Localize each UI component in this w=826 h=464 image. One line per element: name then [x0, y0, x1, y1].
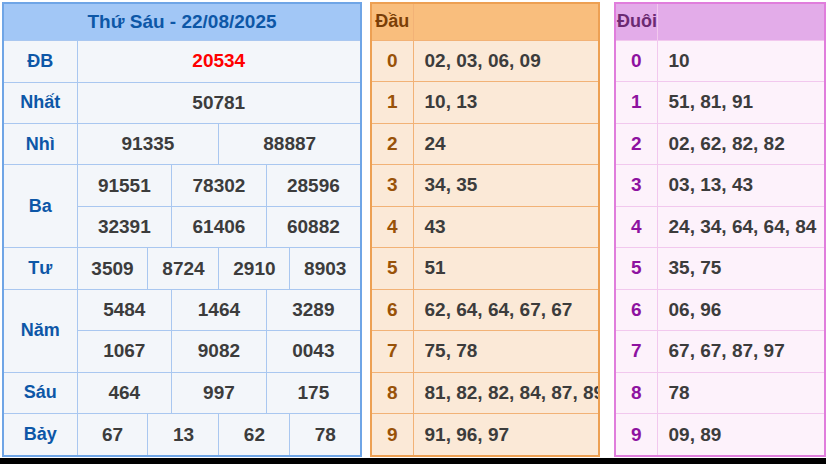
prize-label-db: ĐB: [3, 40, 77, 82]
lottery-results-table: Thứ Sáu - 22/08/2025 ĐB 20534 Nhất 50781…: [2, 2, 362, 457]
dau-digit: 7: [371, 331, 413, 373]
duoi-digit: 1: [615, 82, 657, 124]
dau-header: Đầu: [371, 3, 413, 40]
prize-label-bay: Bảy: [3, 414, 77, 456]
prize-value: 13: [148, 414, 219, 456]
dau-header-spacer: [413, 3, 599, 40]
dau-numbers: 10, 13: [413, 82, 599, 124]
prize-value: 61406: [172, 206, 267, 247]
duoi-numbers: 78: [657, 372, 825, 414]
duoi-header-spacer: [657, 3, 825, 40]
dau-numbers: 75, 78: [413, 331, 599, 373]
dau-digit: 8: [371, 372, 413, 414]
duoi-digit: 8: [615, 372, 657, 414]
prize-value: 67: [77, 414, 148, 456]
prize-value: 8724: [148, 248, 219, 289]
dau-digit: 5: [371, 248, 413, 290]
duoi-digit: 5: [615, 248, 657, 290]
prize-label-ba: Ba: [3, 165, 77, 248]
prize-value: 1464: [172, 289, 267, 330]
prize-value: 50781: [77, 82, 361, 123]
prize-value: 2910: [219, 248, 290, 289]
duoi-numbers: 51, 81, 91: [657, 82, 825, 124]
dau-numbers: 43: [413, 206, 599, 248]
prize-label-sau: Sáu: [3, 372, 77, 413]
prize-value: 1067: [77, 331, 172, 372]
dau-numbers: 91, 96, 97: [413, 414, 599, 456]
prize-value: 91551: [77, 165, 172, 206]
prize-value: 88887: [219, 123, 361, 164]
prize-label-tu: Tư: [3, 248, 77, 289]
duoi-digit: 6: [615, 289, 657, 331]
duoi-numbers: 10: [657, 40, 825, 82]
dau-table: Đầu 002, 03, 06, 09 110, 13 224 334, 35 …: [370, 2, 600, 457]
prize-value: 8903: [290, 248, 361, 289]
dau-digit: 3: [371, 165, 413, 207]
duoi-numbers: 03, 13, 43: [657, 165, 825, 207]
dau-numbers: 34, 35: [413, 165, 599, 207]
duoi-digit: 2: [615, 123, 657, 165]
duoi-digit: 3: [615, 165, 657, 207]
dau-digit: 0: [371, 40, 413, 82]
duoi-numbers: 06, 96: [657, 289, 825, 331]
prize-value: 78: [290, 414, 361, 456]
prize-value: 9082: [172, 331, 267, 372]
prize-value: 60882: [266, 206, 361, 247]
prize-value: 5484: [77, 289, 172, 330]
duoi-header: Đuôi: [615, 3, 657, 40]
prize-label-nhi: Nhì: [3, 123, 77, 164]
duoi-digit: 0: [615, 40, 657, 82]
results-date-header: Thứ Sáu - 22/08/2025: [3, 3, 361, 40]
prize-value: 464: [77, 372, 172, 413]
duoi-numbers: 09, 89: [657, 414, 825, 456]
duoi-digit: 9: [615, 414, 657, 456]
dau-digit: 4: [371, 206, 413, 248]
prize-value: 78302: [172, 165, 267, 206]
screenshot-bottom-edge: [0, 458, 826, 464]
duoi-numbers: 02, 62, 82, 82: [657, 123, 825, 165]
dau-numbers: 51: [413, 248, 599, 290]
dau-digit: 1: [371, 82, 413, 124]
dau-numbers: 81, 82, 82, 84, 87, 89: [413, 372, 599, 414]
dau-numbers: 02, 03, 06, 09: [413, 40, 599, 82]
dau-numbers: 24: [413, 123, 599, 165]
prize-value: 997: [172, 372, 267, 413]
duoi-numbers: 24, 34, 64, 64, 84: [657, 206, 825, 248]
prize-value: 175: [266, 372, 361, 413]
prize-value: 3289: [266, 289, 361, 330]
prize-value: 0043: [266, 331, 361, 372]
duoi-table: Đuôi 010 151, 81, 91 202, 62, 82, 82 303…: [614, 2, 826, 457]
prize-label-nhat: Nhất: [3, 82, 77, 123]
prize-value: 28596: [266, 165, 361, 206]
prize-value: 91335: [77, 123, 219, 164]
dau-numbers: 62, 64, 64, 67, 67: [413, 289, 599, 331]
prize-value-db: 20534: [77, 40, 361, 82]
duoi-digit: 7: [615, 331, 657, 373]
dau-digit: 6: [371, 289, 413, 331]
duoi-numbers: 67, 67, 87, 97: [657, 331, 825, 373]
prize-value: 3509: [77, 248, 148, 289]
dau-digit: 2: [371, 123, 413, 165]
duoi-digit: 4: [615, 206, 657, 248]
duoi-numbers: 35, 75: [657, 248, 825, 290]
dau-digit: 9: [371, 414, 413, 456]
prize-value: 62: [219, 414, 290, 456]
prize-value: 32391: [77, 206, 172, 247]
prize-label-nam: Năm: [3, 289, 77, 372]
